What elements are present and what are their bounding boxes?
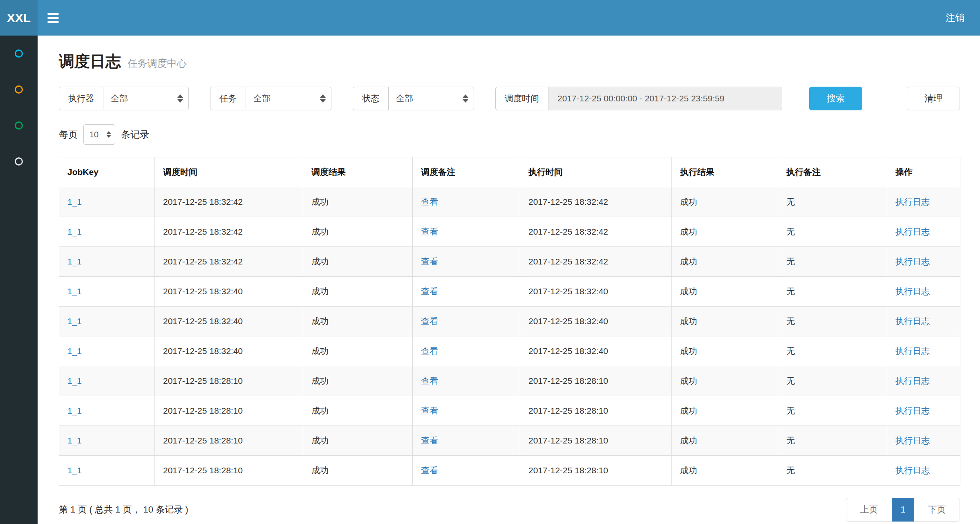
- sidebar-item-3[interactable]: [0, 107, 38, 143]
- action-link[interactable]: 执行日志: [895, 257, 930, 266]
- handle_time-cell: 2017-12-25 18:28:10: [520, 426, 672, 456]
- handle_time-cell: 2017-12-25 18:32:42: [520, 217, 672, 247]
- next-page-button[interactable]: 下页: [914, 498, 960, 522]
- clear-button[interactable]: 清理: [907, 87, 960, 110]
- jobkey-link[interactable]: 1_1: [67, 376, 82, 385]
- jobkey-link[interactable]: 1_1: [67, 227, 82, 236]
- select-arrows-icon: [106, 131, 111, 138]
- handle_result-cell: 成功: [672, 247, 778, 277]
- jobkey-cell: 1_1: [59, 277, 155, 307]
- table-row: 1_12017-12-25 18:32:40成功查看2017-12-25 18:…: [59, 277, 960, 307]
- status-select[interactable]: 全部: [388, 87, 474, 110]
- search-button[interactable]: 搜索: [809, 87, 862, 110]
- handle_result-cell: 成功: [672, 366, 778, 396]
- trigger-time-filter-group: 调度时间 2017-12-25 00:00:00 - 2017-12-25 23…: [495, 87, 782, 110]
- jobkey-cell: 1_1: [59, 336, 155, 366]
- pagination: 上页 1 下页: [846, 498, 960, 522]
- action-link[interactable]: 执行日志: [895, 436, 930, 445]
- trigger_time-cell: 2017-12-25 18:32:42: [155, 217, 303, 247]
- sidebar-toggle-button[interactable]: [38, 0, 69, 36]
- trigger_msg-link[interactable]: 查看: [421, 376, 438, 385]
- trigger_msg-link[interactable]: 查看: [421, 227, 438, 236]
- action-link[interactable]: 执行日志: [895, 406, 930, 415]
- jobkey-link[interactable]: 1_1: [67, 257, 82, 266]
- trigger_result-cell: 成功: [303, 247, 413, 277]
- table-row: 1_12017-12-25 18:28:10成功查看2017-12-25 18:…: [59, 396, 960, 426]
- page-size-suffix-label: 条记录: [121, 128, 149, 141]
- jobkey-link[interactable]: 1_1: [67, 346, 82, 356]
- action-cell: 执行日志: [887, 277, 960, 307]
- trigger_msg-cell: 查看: [413, 366, 520, 396]
- app-logo[interactable]: XXL: [0, 0, 38, 36]
- job-select[interactable]: 全部: [246, 87, 331, 110]
- trigger_time-cell: 2017-12-25 18:32:42: [155, 247, 303, 277]
- page-header: 调度日志 任务调度中心: [59, 51, 960, 72]
- trigger_msg-cell: 查看: [413, 187, 520, 217]
- sidebar-item-1[interactable]: [0, 36, 38, 72]
- handle_time-cell: 2017-12-25 18:32:42: [520, 187, 672, 217]
- action-link[interactable]: 执行日志: [895, 227, 930, 236]
- sidebar-item-4[interactable]: [0, 143, 38, 179]
- table-row: 1_12017-12-25 18:32:40成功查看2017-12-25 18:…: [59, 307, 960, 336]
- main-content: 调度日志 任务调度中心 执行器 全部 任务 全部 状态 全部 调度: [38, 36, 980, 524]
- trigger_msg-link[interactable]: 查看: [421, 406, 438, 415]
- table-row: 1_12017-12-25 18:28:10成功查看2017-12-25 18:…: [59, 426, 960, 456]
- table-row: 1_12017-12-25 18:32:42成功查看2017-12-25 18:…: [59, 247, 960, 277]
- jobkey-cell: 1_1: [59, 247, 155, 277]
- handle_msg-cell: 无: [778, 456, 887, 486]
- jobkey-link[interactable]: 1_1: [67, 316, 82, 326]
- action-link[interactable]: 执行日志: [895, 346, 930, 356]
- trigger_msg-link[interactable]: 查看: [421, 346, 438, 356]
- jobkey-link[interactable]: 1_1: [67, 436, 82, 445]
- trigger_msg-link[interactable]: 查看: [421, 287, 438, 296]
- status-select-value: 全部: [396, 93, 413, 104]
- action-cell: 执行日志: [887, 396, 960, 426]
- action-link[interactable]: 执行日志: [895, 316, 930, 326]
- page-size-select[interactable]: 10: [83, 124, 115, 145]
- job-filter-label: 任务: [210, 87, 246, 110]
- action-link[interactable]: 执行日志: [895, 376, 930, 385]
- trigger_msg-link[interactable]: 查看: [421, 316, 438, 326]
- trigger_msg-cell: 查看: [413, 307, 520, 336]
- job-select-value: 全部: [253, 93, 271, 104]
- handle_msg-cell: 无: [778, 336, 887, 366]
- handle_msg-cell: 无: [778, 187, 887, 217]
- current-page-button[interactable]: 1: [892, 498, 914, 522]
- action-cell: 执行日志: [887, 217, 960, 247]
- executor-select[interactable]: 全部: [103, 87, 189, 110]
- trigger_msg-link[interactable]: 查看: [421, 197, 438, 206]
- col-header-trigger-msg: 调度备注: [413, 157, 520, 187]
- trigger-time-range-input[interactable]: 2017-12-25 00:00:00 - 2017-12-25 23:59:5…: [548, 87, 782, 110]
- filter-bar: 执行器 全部 任务 全部 状态 全部 调度时间 2017-12-25 00:00…: [59, 87, 960, 110]
- table-row: 1_12017-12-25 18:32:42成功查看2017-12-25 18:…: [59, 217, 960, 247]
- handle_msg-cell: 无: [778, 247, 887, 277]
- trigger_msg-link[interactable]: 查看: [421, 466, 438, 475]
- trigger_msg-cell: 查看: [413, 217, 520, 247]
- log-table: JobKey 调度时间 调度结果 调度备注 执行时间 执行结果 执行备注 操作 …: [59, 157, 960, 486]
- page-title: 调度日志: [59, 53, 121, 70]
- action-cell: 执行日志: [887, 187, 960, 217]
- sidebar-item-2[interactable]: [0, 72, 38, 107]
- trigger_msg-link[interactable]: 查看: [421, 436, 438, 445]
- jobkey-link[interactable]: 1_1: [67, 406, 82, 415]
- executor-filter-group: 执行器 全部: [59, 87, 189, 110]
- action-link[interactable]: 执行日志: [895, 466, 930, 475]
- action-link[interactable]: 执行日志: [895, 197, 930, 206]
- jobkey-link[interactable]: 1_1: [67, 287, 82, 296]
- logout-link[interactable]: 注销: [930, 0, 980, 36]
- handle_msg-cell: 无: [778, 396, 887, 426]
- jobkey-link[interactable]: 1_1: [67, 197, 82, 206]
- action-cell: 执行日志: [887, 247, 960, 277]
- handle_result-cell: 成功: [672, 396, 778, 426]
- prev-page-button[interactable]: 上页: [846, 498, 892, 522]
- trigger_result-cell: 成功: [303, 456, 413, 486]
- trigger_msg-link[interactable]: 查看: [421, 257, 438, 266]
- jobkey-link[interactable]: 1_1: [67, 466, 82, 475]
- col-header-action: 操作: [887, 157, 960, 187]
- action-link[interactable]: 执行日志: [895, 287, 930, 296]
- col-header-trigger-time: 调度时间: [155, 157, 303, 187]
- handle_time-cell: 2017-12-25 18:28:10: [520, 366, 672, 396]
- trigger_time-cell: 2017-12-25 18:32:42: [155, 187, 303, 217]
- jobkey-cell: 1_1: [59, 187, 155, 217]
- select-arrows-icon: [320, 94, 326, 103]
